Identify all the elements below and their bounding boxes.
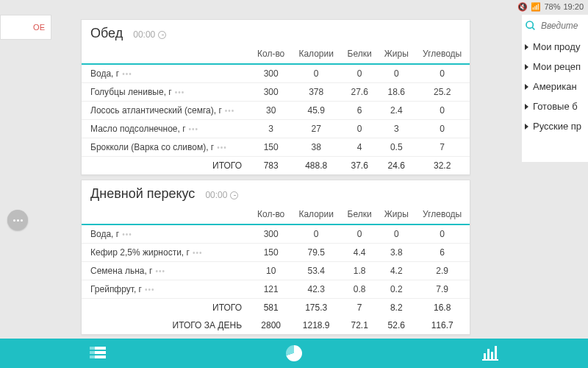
category-item[interactable]: Мои рецеп	[522, 57, 588, 77]
food-row[interactable]: Семена льна, г•••1053.41.84.22.9	[82, 262, 470, 280]
total-value: 1218.9	[291, 316, 341, 334]
food-value: 4.4	[341, 244, 378, 262]
nav-pie[interactable]	[196, 339, 392, 368]
food-row[interactable]: Кефир 2,5% жирности, г•••15079.54.43.86	[82, 244, 470, 262]
column-header: Кол-во	[251, 205, 291, 224]
dots-icon[interactable]: •••	[145, 286, 155, 294]
bottom-nav	[0, 339, 588, 368]
tab-fragment[interactable]: ОЕ	[0, 15, 51, 40]
total-value: 783	[251, 157, 291, 175]
column-header: Калории	[291, 44, 341, 64]
food-value: 300	[251, 83, 291, 102]
clock-icon	[230, 191, 238, 199]
meal-title: Дневной перекус	[90, 186, 195, 202]
food-value: 7	[415, 138, 470, 157]
dots-icon[interactable]: •••	[156, 267, 166, 275]
food-value: 2.9	[415, 262, 470, 280]
search-row[interactable]	[522, 15, 588, 37]
total-row: ИТОГО ЗА ДЕНЬ28001218.972.152.6116.7	[82, 316, 470, 334]
food-value: 121	[251, 280, 291, 299]
food-value: 18.6	[378, 83, 415, 102]
meal-card: Дневной перекус00:00 Кол-воКалорииБелкиЖ…	[81, 180, 470, 335]
chevron-right-icon	[525, 104, 528, 110]
total-value: 37.6	[341, 157, 378, 175]
total-label: ИТОГО	[82, 157, 251, 175]
chevron-right-icon	[525, 64, 528, 70]
floating-menu-button[interactable]	[7, 210, 28, 230]
nav-bars[interactable]	[392, 339, 588, 368]
food-value: 4	[341, 138, 378, 157]
food-name: Вода, г•••	[82, 64, 251, 83]
food-name: Лосось атлантический (семга), г•••	[82, 102, 251, 120]
right-panel: Мои продуМои рецепАмериканГотовые бРусск…	[522, 15, 588, 162]
pie-icon	[286, 345, 302, 361]
column-header: Углеводы	[415, 205, 470, 224]
dots-icon[interactable]: •••	[217, 144, 227, 152]
chevron-right-icon	[525, 124, 528, 130]
chevron-right-icon	[525, 84, 528, 90]
category-label: Мои рецеп	[533, 61, 581, 72]
food-value: 6	[341, 102, 378, 120]
food-row[interactable]: Вода, г•••3000000	[82, 64, 470, 83]
food-value: 42.3	[291, 280, 341, 299]
mute-icon: 🔇	[517, 2, 528, 12]
meal-header[interactable]: Обед00:00	[82, 20, 470, 44]
category-label: Мои проду	[533, 41, 580, 52]
category-label: Русские пр	[533, 121, 581, 132]
wifi-icon: 📶	[531, 2, 541, 12]
food-value: 25.2	[415, 83, 470, 102]
food-value: 0	[415, 224, 470, 244]
dots-icon[interactable]: •••	[193, 249, 203, 257]
bars-icon	[482, 346, 498, 361]
food-value: 0	[378, 224, 415, 244]
food-name: Вода, г•••	[82, 224, 251, 244]
category-label: Готовые б	[533, 101, 578, 112]
food-value: 300	[251, 224, 291, 244]
category-label: Американ	[533, 81, 577, 92]
total-label: ИТОГО ЗА ДЕНЬ	[82, 316, 251, 334]
food-name: Масло подсолнечное, г•••	[82, 120, 251, 138]
food-value: 0.2	[378, 280, 415, 299]
food-row[interactable]: Брокколи (Варка со сливом), г•••1503840.…	[82, 138, 470, 157]
food-value: 30	[251, 102, 291, 120]
dots-icon[interactable]: •••	[175, 88, 185, 96]
dots-icon[interactable]: •••	[122, 230, 132, 238]
total-row: ИТОГО581175.378.216.8	[82, 299, 470, 317]
food-value: 10	[251, 262, 291, 280]
category-item[interactable]: Американ	[522, 77, 588, 96]
tab-label: ОЕ	[33, 23, 45, 32]
search-input[interactable]	[541, 21, 585, 31]
food-value: 0	[341, 120, 378, 138]
food-row[interactable]: Лосось атлантический (семга), г•••3045.9…	[82, 102, 470, 120]
food-name: Голубцы ленивые, г•••	[82, 83, 251, 102]
column-header: Белки	[341, 205, 378, 224]
category-item[interactable]: Русские пр	[522, 116, 588, 136]
food-value: 0.5	[378, 138, 415, 157]
food-value: 0	[341, 224, 378, 244]
total-value: 32.2	[415, 157, 470, 175]
dots-icon[interactable]: •••	[122, 70, 132, 78]
food-row[interactable]: Масло подсолнечное, г•••327030	[82, 120, 470, 138]
food-value: 3	[378, 120, 415, 138]
dots-icon[interactable]: •••	[189, 125, 199, 133]
meal-time[interactable]: 00:00	[205, 190, 238, 200]
food-value: 0	[378, 64, 415, 83]
food-row[interactable]: Грейпфрут, г•••12142.30.80.27.9	[82, 280, 470, 299]
food-row[interactable]: Голубцы ленивые, г•••30037827.618.625.2	[82, 83, 470, 102]
food-value: 4.2	[378, 262, 415, 280]
total-label: ИТОГО	[82, 299, 251, 317]
dots-icon[interactable]: •••	[225, 107, 235, 115]
nav-list[interactable]	[0, 339, 196, 368]
column-header: Углеводы	[415, 44, 470, 64]
category-item[interactable]: Готовые б	[522, 96, 588, 116]
meal-title: Обед	[90, 26, 123, 41]
food-name: Брокколи (Варка со сливом), г•••	[82, 138, 251, 157]
food-row[interactable]: Вода, г•••3000000	[82, 224, 470, 244]
food-value: 0	[415, 102, 470, 120]
food-value: 0	[415, 64, 470, 83]
food-value: 27	[291, 120, 341, 138]
meal-header[interactable]: Дневной перекус00:00	[82, 180, 470, 205]
food-value: 3	[251, 120, 291, 138]
category-item[interactable]: Мои проду	[522, 37, 588, 57]
meal-time[interactable]: 00:00	[133, 29, 166, 40]
